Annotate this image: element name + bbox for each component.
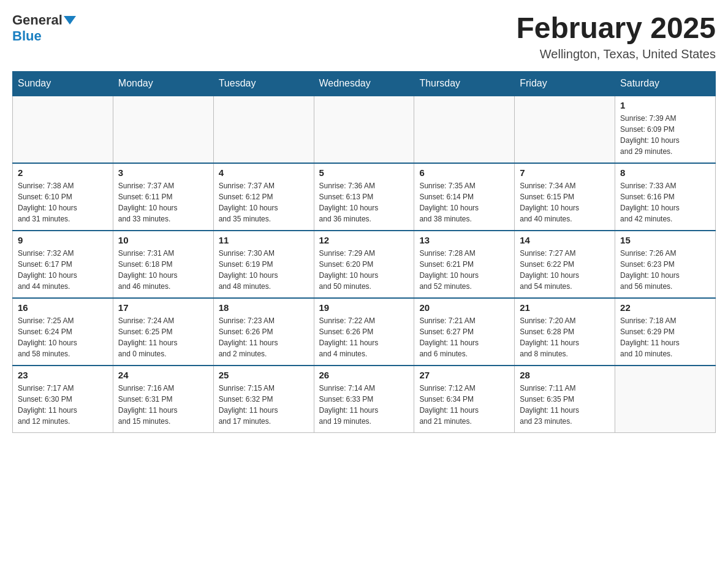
day-number: 7 xyxy=(520,167,610,178)
calendar-cell: 2Sunrise: 7:38 AMSunset: 6:10 PMDaylight… xyxy=(13,163,113,231)
calendar-week-row: 2Sunrise: 7:38 AMSunset: 6:10 PMDaylight… xyxy=(13,163,716,231)
weekday-header-friday: Friday xyxy=(515,71,615,96)
calendar-week-row: 9Sunrise: 7:32 AMSunset: 6:17 PMDaylight… xyxy=(13,231,716,298)
day-number: 21 xyxy=(520,302,610,313)
calendar-cell: 17Sunrise: 7:24 AMSunset: 6:25 PMDayligh… xyxy=(113,298,213,366)
day-info: Sunrise: 7:31 AMSunset: 6:18 PMDaylight:… xyxy=(118,248,208,292)
calendar-cell: 1Sunrise: 7:39 AMSunset: 6:09 PMDaylight… xyxy=(615,96,716,163)
calendar-cell: 23Sunrise: 7:17 AMSunset: 6:30 PMDayligh… xyxy=(13,366,113,433)
day-number: 25 xyxy=(219,370,309,380)
calendar-week-row: 23Sunrise: 7:17 AMSunset: 6:30 PMDayligh… xyxy=(13,366,716,433)
day-number: 18 xyxy=(219,302,309,313)
weekday-header-tuesday: Tuesday xyxy=(213,71,314,96)
calendar-cell: 26Sunrise: 7:14 AMSunset: 6:33 PMDayligh… xyxy=(314,366,414,433)
day-number: 17 xyxy=(118,302,208,313)
day-number: 5 xyxy=(319,167,409,178)
day-info: Sunrise: 7:15 AMSunset: 6:32 PMDaylight:… xyxy=(219,383,309,427)
calendar-cell: 10Sunrise: 7:31 AMSunset: 6:18 PMDayligh… xyxy=(113,231,213,298)
logo-triangle-icon xyxy=(64,16,76,25)
day-info: Sunrise: 7:24 AMSunset: 6:25 PMDaylight:… xyxy=(118,315,208,359)
day-number: 3 xyxy=(118,167,208,178)
calendar-cell: 8Sunrise: 7:33 AMSunset: 6:16 PMDaylight… xyxy=(615,163,716,231)
title-section: February 2025 Wellington, Texas, United … xyxy=(516,12,716,61)
day-number: 12 xyxy=(319,235,409,245)
day-info: Sunrise: 7:34 AMSunset: 6:15 PMDaylight:… xyxy=(520,180,610,224)
weekday-header-sunday: Sunday xyxy=(13,71,113,96)
calendar-cell: 18Sunrise: 7:23 AMSunset: 6:26 PMDayligh… xyxy=(213,298,314,366)
day-info: Sunrise: 7:28 AMSunset: 6:21 PMDaylight:… xyxy=(419,248,509,292)
calendar-week-row: 16Sunrise: 7:25 AMSunset: 6:24 PMDayligh… xyxy=(13,298,716,366)
calendar-cell: 7Sunrise: 7:34 AMSunset: 6:15 PMDaylight… xyxy=(515,163,615,231)
day-number: 9 xyxy=(18,235,108,245)
calendar-cell: 11Sunrise: 7:30 AMSunset: 6:19 PMDayligh… xyxy=(213,231,314,298)
day-number: 15 xyxy=(620,235,710,245)
calendar-cell: 22Sunrise: 7:18 AMSunset: 6:29 PMDayligh… xyxy=(615,298,716,366)
day-number: 16 xyxy=(18,302,108,313)
logo: General Blue xyxy=(12,12,77,44)
day-info: Sunrise: 7:17 AMSunset: 6:30 PMDaylight:… xyxy=(18,383,108,427)
logo-general-text: General xyxy=(12,12,63,28)
day-info: Sunrise: 7:30 AMSunset: 6:19 PMDaylight:… xyxy=(219,248,309,292)
calendar-cell: 27Sunrise: 7:12 AMSunset: 6:34 PMDayligh… xyxy=(414,366,515,433)
day-info: Sunrise: 7:38 AMSunset: 6:10 PMDaylight:… xyxy=(18,180,108,224)
calendar-cell: 5Sunrise: 7:36 AMSunset: 6:13 PMDaylight… xyxy=(314,163,414,231)
calendar-week-row: 1Sunrise: 7:39 AMSunset: 6:09 PMDaylight… xyxy=(13,96,716,163)
day-info: Sunrise: 7:37 AMSunset: 6:12 PMDaylight:… xyxy=(219,180,309,224)
day-info: Sunrise: 7:11 AMSunset: 6:35 PMDaylight:… xyxy=(520,383,610,427)
day-info: Sunrise: 7:39 AMSunset: 6:09 PMDaylight:… xyxy=(620,113,710,157)
day-info: Sunrise: 7:18 AMSunset: 6:29 PMDaylight:… xyxy=(620,315,710,359)
day-number: 8 xyxy=(620,167,710,178)
calendar-cell: 20Sunrise: 7:21 AMSunset: 6:27 PMDayligh… xyxy=(414,298,515,366)
month-title: February 2025 xyxy=(516,12,716,45)
day-info: Sunrise: 7:12 AMSunset: 6:34 PMDaylight:… xyxy=(419,383,509,427)
day-number: 20 xyxy=(419,302,509,313)
page-header: General Blue February 2025 Wellington, T… xyxy=(12,12,716,61)
day-info: Sunrise: 7:25 AMSunset: 6:24 PMDaylight:… xyxy=(18,315,108,359)
weekday-header-monday: Monday xyxy=(113,71,213,96)
day-info: Sunrise: 7:21 AMSunset: 6:27 PMDaylight:… xyxy=(419,315,509,359)
calendar-cell xyxy=(113,96,213,163)
calendar-cell: 3Sunrise: 7:37 AMSunset: 6:11 PMDaylight… xyxy=(113,163,213,231)
calendar-cell: 19Sunrise: 7:22 AMSunset: 6:26 PMDayligh… xyxy=(314,298,414,366)
day-info: Sunrise: 7:32 AMSunset: 6:17 PMDaylight:… xyxy=(18,248,108,292)
day-number: 10 xyxy=(118,235,208,245)
calendar-table: SundayMondayTuesdayWednesdayThursdayFrid… xyxy=(12,71,716,434)
calendar-cell xyxy=(13,96,113,163)
day-info: Sunrise: 7:35 AMSunset: 6:14 PMDaylight:… xyxy=(419,180,509,224)
weekday-header-wednesday: Wednesday xyxy=(314,71,414,96)
calendar-cell xyxy=(515,96,615,163)
day-info: Sunrise: 7:22 AMSunset: 6:26 PMDaylight:… xyxy=(319,315,409,359)
calendar-cell: 25Sunrise: 7:15 AMSunset: 6:32 PMDayligh… xyxy=(213,366,314,433)
weekday-header-thursday: Thursday xyxy=(414,71,515,96)
day-info: Sunrise: 7:14 AMSunset: 6:33 PMDaylight:… xyxy=(319,383,409,427)
calendar-cell xyxy=(615,366,716,433)
calendar-cell: 13Sunrise: 7:28 AMSunset: 6:21 PMDayligh… xyxy=(414,231,515,298)
calendar-cell: 15Sunrise: 7:26 AMSunset: 6:23 PMDayligh… xyxy=(615,231,716,298)
calendar-cell: 14Sunrise: 7:27 AMSunset: 6:22 PMDayligh… xyxy=(515,231,615,298)
calendar-cell: 16Sunrise: 7:25 AMSunset: 6:24 PMDayligh… xyxy=(13,298,113,366)
day-number: 4 xyxy=(219,167,309,178)
day-number: 27 xyxy=(419,370,509,380)
day-number: 14 xyxy=(520,235,610,245)
day-number: 19 xyxy=(319,302,409,313)
calendar-cell: 6Sunrise: 7:35 AMSunset: 6:14 PMDaylight… xyxy=(414,163,515,231)
weekday-header-saturday: Saturday xyxy=(615,71,716,96)
weekday-header-row: SundayMondayTuesdayWednesdayThursdayFrid… xyxy=(13,71,716,96)
calendar-cell xyxy=(414,96,515,163)
day-number: 24 xyxy=(118,370,208,380)
day-info: Sunrise: 7:27 AMSunset: 6:22 PMDaylight:… xyxy=(520,248,610,292)
day-number: 23 xyxy=(18,370,108,380)
day-number: 22 xyxy=(620,302,710,313)
calendar-cell: 28Sunrise: 7:11 AMSunset: 6:35 PMDayligh… xyxy=(515,366,615,433)
day-number: 6 xyxy=(419,167,509,178)
day-info: Sunrise: 7:36 AMSunset: 6:13 PMDaylight:… xyxy=(319,180,409,224)
calendar-cell xyxy=(213,96,314,163)
day-number: 11 xyxy=(219,235,309,245)
day-info: Sunrise: 7:20 AMSunset: 6:28 PMDaylight:… xyxy=(520,315,610,359)
day-info: Sunrise: 7:37 AMSunset: 6:11 PMDaylight:… xyxy=(118,180,208,224)
calendar-cell: 24Sunrise: 7:16 AMSunset: 6:31 PMDayligh… xyxy=(113,366,213,433)
day-number: 28 xyxy=(520,370,610,380)
calendar-cell: 9Sunrise: 7:32 AMSunset: 6:17 PMDaylight… xyxy=(13,231,113,298)
calendar-cell: 12Sunrise: 7:29 AMSunset: 6:20 PMDayligh… xyxy=(314,231,414,298)
day-info: Sunrise: 7:29 AMSunset: 6:20 PMDaylight:… xyxy=(319,248,409,292)
